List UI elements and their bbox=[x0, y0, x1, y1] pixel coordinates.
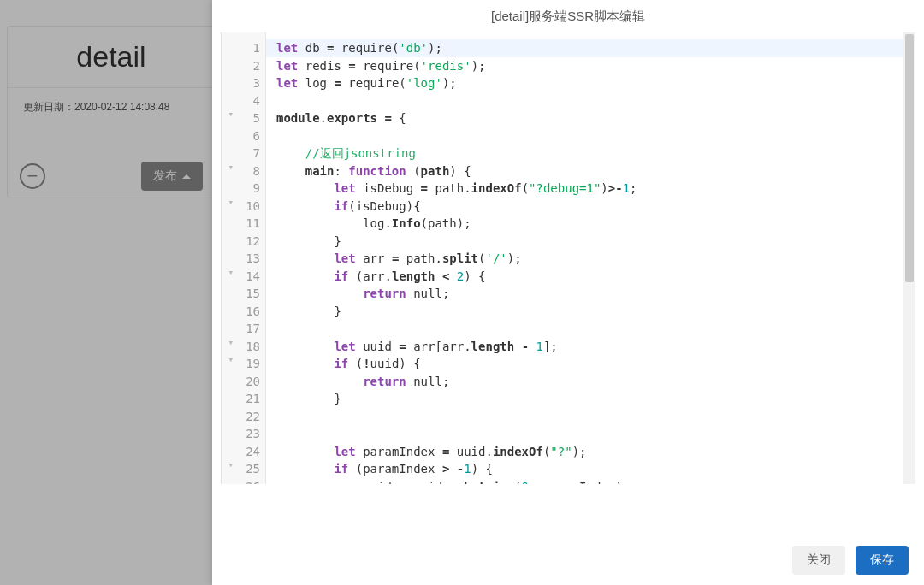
fold-icon[interactable]: ▾ bbox=[225, 461, 234, 470]
fold-icon[interactable]: ▾ bbox=[225, 110, 234, 119]
gutter-line[interactable]: 2 bbox=[222, 57, 260, 75]
code-line[interactable]: let arr = path.split('/'); bbox=[276, 250, 915, 268]
gutter-line[interactable]: 21 bbox=[222, 390, 260, 408]
fold-icon[interactable]: ▾ bbox=[225, 356, 234, 364]
code-line[interactable]: return null; bbox=[276, 373, 915, 391]
gutter-line[interactable]: ▾8 bbox=[222, 162, 260, 180]
gutter[interactable]: 1234▾567▾89▾10111213▾14151617▾18▾1920212… bbox=[222, 32, 266, 484]
code-line[interactable] bbox=[276, 408, 915, 426]
save-button[interactable]: 保存 bbox=[856, 546, 909, 575]
modal-title: [detail]服务端SSR脚本编辑 bbox=[212, 0, 924, 32]
code-line[interactable] bbox=[276, 127, 915, 145]
gutter-line[interactable]: 3 bbox=[222, 74, 260, 92]
gutter-line[interactable]: 15 bbox=[222, 285, 260, 303]
code-line[interactable]: uuid = uuid.substring(0, paramIndex); bbox=[276, 478, 915, 485]
code-line[interactable]: if (paramIndex > -1) { bbox=[276, 460, 915, 478]
code-line[interactable]: return null; bbox=[276, 285, 915, 303]
code-line[interactable]: module.exports = { bbox=[276, 109, 915, 127]
ssr-script-editor-modal: [detail]服务端SSR脚本编辑 1234▾567▾89▾10111213▾… bbox=[212, 0, 924, 585]
gutter-line[interactable]: ▾10 bbox=[222, 198, 260, 216]
code-line[interactable] bbox=[276, 320, 915, 338]
gutter-line[interactable]: 11 bbox=[222, 215, 260, 233]
code-line[interactable]: let paramIndex = uuid.indexOf("?"); bbox=[276, 443, 915, 461]
code-line[interactable]: if (!uuid) { bbox=[276, 355, 915, 373]
code-line[interactable]: } bbox=[276, 303, 915, 321]
editor-scrollbar[interactable] bbox=[903, 32, 915, 484]
gutter-line[interactable]: 16 bbox=[222, 303, 260, 321]
gutter-line[interactable]: 24 bbox=[222, 443, 260, 461]
gutter-line[interactable]: 22 bbox=[222, 408, 260, 426]
editor-scrollbar-thumb[interactable] bbox=[905, 34, 914, 282]
code-line[interactable]: } bbox=[276, 233, 915, 251]
code-line[interactable]: log.Info(path); bbox=[276, 215, 915, 233]
gutter-line[interactable]: ▾18 bbox=[222, 338, 260, 356]
gutter-line[interactable]: 4 bbox=[222, 92, 260, 110]
close-button[interactable]: 关闭 bbox=[792, 546, 845, 575]
gutter-line[interactable]: 6 bbox=[222, 127, 260, 145]
code-line[interactable]: main: function (path) { bbox=[276, 162, 915, 180]
code-area[interactable]: let db = require('db');let redis = requi… bbox=[266, 32, 915, 484]
code-line[interactable] bbox=[276, 425, 915, 443]
code-line[interactable]: let db = require('db'); bbox=[276, 39, 915, 57]
gutter-line[interactable]: 7 bbox=[222, 145, 260, 162]
code-editor[interactable]: 1234▾567▾89▾10111213▾14151617▾18▾1920212… bbox=[221, 32, 915, 484]
fold-icon[interactable]: ▾ bbox=[225, 198, 234, 207]
code-line[interactable]: if (arr.length < 2) { bbox=[276, 268, 915, 286]
gutter-line[interactable]: 26 bbox=[222, 478, 260, 485]
fold-icon[interactable]: ▾ bbox=[225, 339, 234, 347]
gutter-line[interactable]: ▾19 bbox=[222, 355, 260, 373]
code-line[interactable] bbox=[276, 92, 915, 110]
gutter-line[interactable]: 1 bbox=[222, 39, 260, 57]
gutter-line[interactable]: 17 bbox=[222, 320, 260, 338]
code-line[interactable]: if(isDebug){ bbox=[276, 198, 915, 216]
gutter-line[interactable]: 9 bbox=[222, 180, 260, 198]
modal-footer: 关闭 保存 bbox=[212, 484, 924, 585]
gutter-line[interactable]: ▾25 bbox=[222, 460, 260, 478]
gutter-line[interactable]: 13 bbox=[222, 250, 260, 268]
code-line[interactable]: let uuid = arr[arr.length - 1]; bbox=[276, 338, 915, 356]
gutter-line[interactable]: ▾14 bbox=[222, 268, 260, 286]
code-line[interactable]: //返回jsonstring bbox=[276, 145, 915, 162]
gutter-line[interactable]: ▾5 bbox=[222, 109, 260, 127]
code-line[interactable]: let log = require('log'); bbox=[276, 74, 915, 92]
gutter-line[interactable]: 12 bbox=[222, 233, 260, 251]
code-line[interactable]: } bbox=[276, 390, 915, 408]
code-line[interactable]: let redis = require('redis'); bbox=[276, 57, 915, 75]
gutter-line[interactable]: 20 bbox=[222, 373, 260, 391]
gutter-line[interactable]: 23 bbox=[222, 425, 260, 443]
fold-icon[interactable]: ▾ bbox=[225, 269, 234, 277]
fold-icon[interactable]: ▾ bbox=[225, 163, 234, 172]
code-line[interactable]: let isDebug = path.indexOf("?debug=1")>-… bbox=[276, 180, 915, 198]
